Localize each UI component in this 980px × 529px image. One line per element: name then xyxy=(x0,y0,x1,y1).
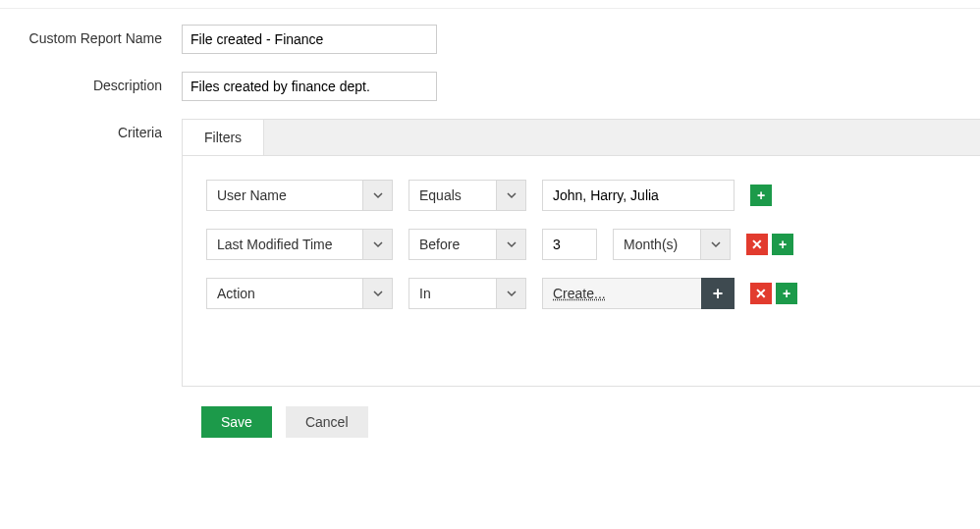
chevron-down-icon xyxy=(496,181,525,210)
value-picker-label[interactable]: Create... xyxy=(542,278,701,309)
operator-select-value: In xyxy=(409,279,496,308)
row-criteria: Criteria Filters User Name Equals xyxy=(0,119,980,387)
label-report-name: Custom Report Name xyxy=(0,25,182,46)
action-bar: Save Cancel xyxy=(201,406,980,438)
plus-icon: + xyxy=(757,187,765,203)
value-input[interactable] xyxy=(542,180,735,211)
row-actions: ✕ + xyxy=(750,283,797,304)
plus-icon: + xyxy=(713,284,724,304)
close-icon: ✕ xyxy=(751,237,763,252)
operator-select[interactable]: In xyxy=(408,278,526,309)
chevron-down-icon xyxy=(362,230,392,259)
filter-row: Last Modified Time Before Month(s) xyxy=(206,229,956,260)
chevron-down-icon xyxy=(496,279,525,308)
operator-select[interactable]: Before xyxy=(408,229,526,260)
chevron-down-icon xyxy=(496,230,525,259)
field-select[interactable]: User Name xyxy=(206,180,393,211)
field-select[interactable]: Last Modified Time xyxy=(206,229,393,260)
filter-row: User Name Equals + xyxy=(206,180,956,211)
cancel-button[interactable]: Cancel xyxy=(286,406,368,438)
remove-filter-button[interactable]: ✕ xyxy=(750,283,772,304)
chevron-down-icon xyxy=(362,279,392,308)
field-select-value: Action xyxy=(207,279,362,308)
field-select-value: User Name xyxy=(207,181,362,210)
save-button[interactable]: Save xyxy=(201,406,272,438)
number-input[interactable] xyxy=(542,229,597,260)
tab-filters[interactable]: Filters xyxy=(183,120,264,155)
chevron-down-icon xyxy=(362,181,392,210)
row-report-name: Custom Report Name xyxy=(0,25,980,54)
unit-select[interactable]: Month(s) xyxy=(613,229,731,260)
filter-row: Action In Create... + xyxy=(206,278,956,309)
row-description: Description xyxy=(0,72,980,101)
field-select[interactable]: Action xyxy=(206,278,393,309)
add-filter-button[interactable]: + xyxy=(776,283,797,304)
filters-content: User Name Equals + xyxy=(183,156,980,386)
chevron-down-icon xyxy=(700,230,730,259)
value-picker-add-button[interactable]: + xyxy=(701,278,735,309)
operator-select[interactable]: Equals xyxy=(408,180,526,211)
label-description: Description xyxy=(0,72,182,93)
plus-icon: + xyxy=(779,237,787,252)
tab-strip: Filters xyxy=(183,120,980,156)
field-select-value: Last Modified Time xyxy=(207,230,362,259)
criteria-panel: Filters User Name Equals xyxy=(182,119,980,387)
unit-select-value: Month(s) xyxy=(614,230,700,259)
remove-filter-button[interactable]: ✕ xyxy=(746,234,768,255)
label-criteria: Criteria xyxy=(0,119,182,140)
row-actions: ✕ + xyxy=(746,234,793,255)
value-picker: Create... + xyxy=(542,278,735,309)
top-divider xyxy=(0,8,980,9)
operator-select-value: Equals xyxy=(409,181,496,210)
row-actions: + xyxy=(750,185,772,206)
close-icon: ✕ xyxy=(755,286,767,301)
plus-icon: + xyxy=(783,286,790,301)
report-name-input[interactable] xyxy=(182,25,437,54)
add-filter-button[interactable]: + xyxy=(750,185,772,206)
description-input[interactable] xyxy=(182,72,437,101)
add-filter-button[interactable]: + xyxy=(772,234,793,255)
operator-select-value: Before xyxy=(409,230,496,259)
